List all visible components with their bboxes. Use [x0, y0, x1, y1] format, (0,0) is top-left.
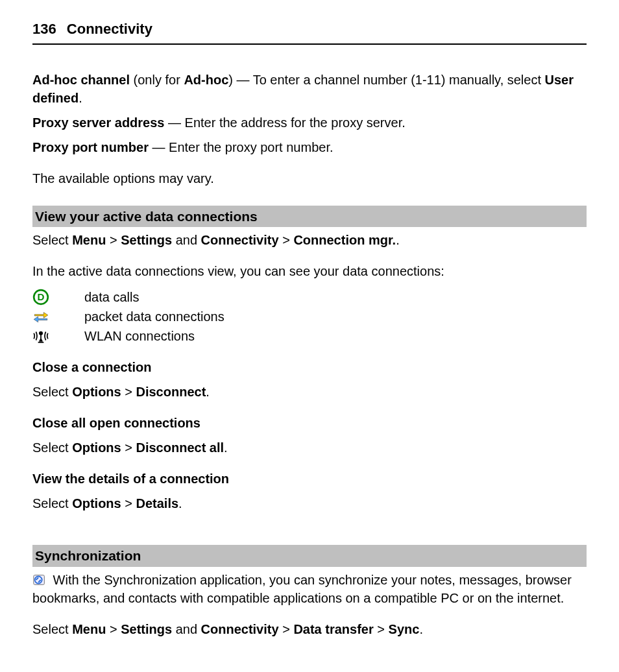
text: With the Synchronization application, yo…	[32, 573, 572, 605]
text: >	[121, 385, 136, 399]
list-item: WLAN connections	[32, 327, 587, 345]
text: Select	[32, 385, 72, 399]
options-label: Options	[72, 440, 121, 455]
settings-label: Settings	[121, 233, 172, 247]
text: >	[374, 622, 389, 636]
svg-text:D: D	[38, 292, 45, 303]
sync-nav: Select Menu > Settings and Connectivity …	[32, 620, 587, 638]
close-all-nav: Select Options > Disconnect all.	[32, 438, 587, 457]
packet-data-icon	[32, 308, 84, 325]
view-details-heading: View the details of a connection	[32, 470, 587, 488]
text: >	[279, 233, 294, 247]
icon-label: WLAN connections	[84, 327, 195, 345]
text: .	[178, 496, 182, 510]
text: >	[121, 496, 136, 510]
sync-app-icon	[32, 573, 53, 587]
sync-intro-paragraph: With the Synchronization application, yo…	[32, 571, 587, 607]
proxy-port-paragraph: Proxy port number — Enter the proxy port…	[32, 138, 587, 156]
close-connection-heading: Close a connection	[32, 358, 587, 376]
list-item: D data calls	[32, 288, 587, 306]
text: (only for	[130, 73, 184, 87]
data-call-icon: D	[32, 289, 84, 306]
active-connections-nav: Select Menu > Settings and Connectivity …	[32, 231, 587, 249]
text: ) — To enter a channel number (1-11) man…	[228, 73, 544, 87]
text: and	[172, 622, 200, 636]
text: and	[172, 233, 200, 247]
view-details-nav: Select Options > Details.	[32, 494, 587, 512]
disconnect-label: Disconnect	[136, 385, 206, 399]
data-transfer-label: Data transfer	[293, 622, 373, 636]
text: .	[396, 233, 400, 247]
icon-label: packet data connections	[84, 307, 225, 326]
options-vary-paragraph: The available options may vary.	[32, 169, 587, 187]
adhoc-bold: Ad-hoc	[184, 73, 228, 87]
text: .	[206, 385, 210, 399]
text: >	[279, 622, 294, 636]
text: — Enter the proxy port number.	[149, 140, 334, 154]
proxy-server-paragraph: Proxy server address — Enter the address…	[32, 114, 587, 132]
proxy-port-label: Proxy port number	[32, 140, 149, 154]
options-label: Options	[72, 385, 121, 399]
details-label: Details	[136, 496, 179, 510]
page-header: 136 Connectivity	[32, 19, 587, 45]
text: Select	[32, 440, 72, 455]
text: Select	[32, 233, 72, 247]
text: — Enter the address for the proxy server…	[164, 115, 405, 130]
connectivity-label: Connectivity	[201, 233, 279, 247]
menu-label: Menu	[72, 622, 106, 636]
text: Select	[32, 622, 72, 636]
connectivity-label: Connectivity	[201, 622, 279, 636]
text: >	[106, 622, 121, 636]
connection-mgr-label: Connection mgr.	[293, 233, 396, 247]
svg-point-2	[40, 332, 42, 335]
disconnect-all-label: Disconnect all	[136, 440, 225, 455]
options-label: Options	[72, 496, 121, 510]
section-heading: View your active data connections	[32, 206, 587, 227]
page-section-title: Connectivity	[67, 21, 152, 37]
page-number: 136	[32, 21, 56, 37]
text: .	[419, 622, 423, 636]
text: Select	[32, 496, 72, 510]
adhoc-channel-label: Ad-hoc channel	[32, 73, 130, 87]
document-page: 136 Connectivity Ad-hoc channel (only fo…	[0, 0, 619, 672]
close-all-heading: Close all open connections	[32, 414, 587, 432]
close-connection-nav: Select Options > Disconnect.	[32, 383, 587, 401]
active-connections-intro: In the active data connections view, you…	[32, 262, 587, 280]
text: >	[106, 233, 121, 247]
list-item: packet data connections	[32, 307, 587, 326]
text: >	[121, 440, 136, 455]
wlan-icon	[32, 328, 84, 344]
sync-label: Sync	[389, 622, 420, 636]
icon-label: data calls	[84, 288, 140, 306]
settings-label: Settings	[121, 622, 172, 636]
adhoc-channel-paragraph: Ad-hoc channel (only for Ad-hoc) — To en…	[32, 71, 587, 107]
icon-legend: D data calls packet data connections	[32, 288, 587, 345]
section-heading: Synchronization	[32, 545, 587, 566]
text: .	[224, 440, 228, 455]
menu-label: Menu	[72, 233, 106, 247]
proxy-server-label: Proxy server address	[32, 115, 164, 130]
text: .	[79, 91, 82, 105]
